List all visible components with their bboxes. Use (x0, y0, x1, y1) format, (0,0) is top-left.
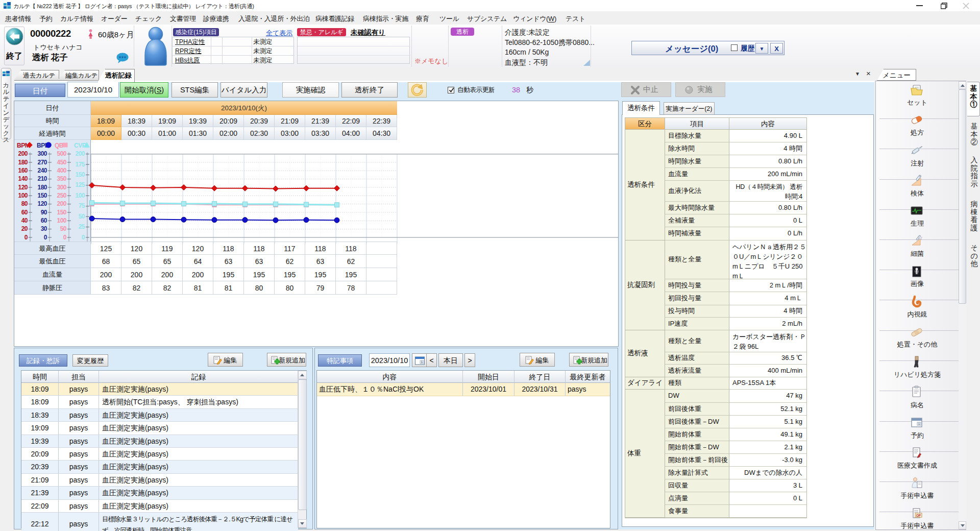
svg-text:OP: OP (916, 514, 921, 517)
svg-text:1: 1 (918, 422, 920, 425)
